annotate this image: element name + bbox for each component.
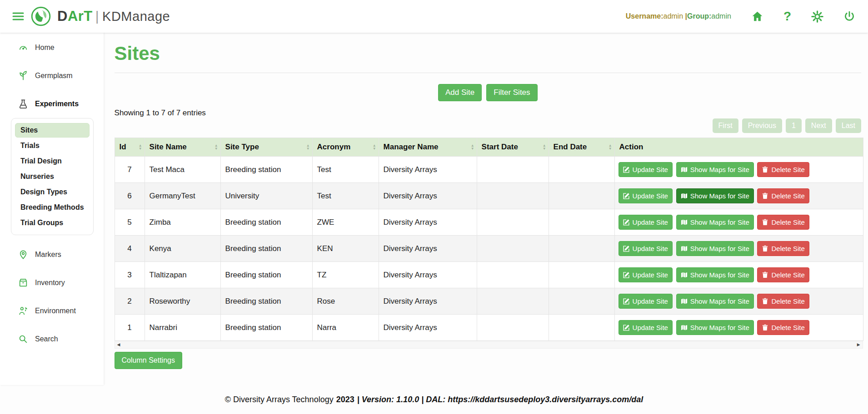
column-settings-button[interactable]: Column Settings xyxy=(115,352,182,369)
edit-pencil-icon xyxy=(623,219,630,226)
cell-end-date xyxy=(549,262,614,288)
main-content: Sites Add Site Filter Sites Showing 1 to… xyxy=(104,33,868,385)
update-site-button[interactable]: Update Site xyxy=(619,162,673,177)
top-bar: D ArT | KDManage Username:admin |Group:a… xyxy=(0,0,868,33)
map-icon xyxy=(681,245,688,252)
update-site-button[interactable]: Update Site xyxy=(619,188,673,203)
show-maps-for-site-button[interactable]: Show Maps for Site xyxy=(676,241,754,256)
sidebar-item-breeding-methods[interactable]: Breeding Methods xyxy=(15,200,90,215)
table-row: 7 Test Maca Breeding station Test Divers… xyxy=(115,157,863,183)
column-header-start-date[interactable]: Start Date▲▼ xyxy=(477,138,549,157)
sidebar-item-trial-groups[interactable]: Trial Groups xyxy=(15,216,90,230)
help-icon[interactable]: ? xyxy=(783,10,791,23)
cell-site-name: Zimba xyxy=(145,209,220,236)
sidebar-item-inventory[interactable]: Inventory xyxy=(0,269,104,297)
cell-site-name: Kenya xyxy=(145,236,220,262)
column-header-site-type[interactable]: Site Type▲▼ xyxy=(220,138,312,157)
show-maps-for-site-button[interactable]: Show Maps for Site xyxy=(676,215,754,230)
delete-site-label: Delete Site xyxy=(771,192,804,200)
pagination-first-button[interactable]: First xyxy=(713,118,738,133)
update-site-label: Update Site xyxy=(633,324,668,331)
edit-pencil-icon xyxy=(623,192,630,199)
update-site-button[interactable]: Update Site xyxy=(619,267,673,282)
update-site-button[interactable]: Update Site xyxy=(619,241,673,256)
table-row: 5 Zimba Breeding station ZWE Diversity A… xyxy=(115,209,863,236)
sidebar-item-nurseries[interactable]: Nurseries xyxy=(15,169,90,184)
sidebar-item-design-types[interactable]: Design Types xyxy=(15,185,90,199)
cell-start-date xyxy=(477,315,549,341)
cell-site-type: Breeding station xyxy=(220,288,312,315)
delete-site-button[interactable]: Delete Site xyxy=(757,188,809,203)
column-header-site-name[interactable]: Site Name▲▼ xyxy=(145,138,220,157)
cell-action: Update Site Show Maps for Site Delete Si… xyxy=(614,315,863,341)
column-header-end-date[interactable]: End Date▲▼ xyxy=(549,138,614,157)
cell-start-date xyxy=(477,288,549,315)
sidebar-item-trials[interactable]: Trials xyxy=(15,138,90,153)
sidebar-item-environment[interactable]: Environment xyxy=(0,297,104,325)
cell-end-date xyxy=(549,183,614,209)
delete-site-button[interactable]: Delete Site xyxy=(757,294,809,309)
scroll-right-arrow-icon[interactable]: ▶ xyxy=(857,343,860,347)
pagination-last-button[interactable]: Last xyxy=(836,118,861,133)
trash-icon xyxy=(762,192,768,199)
delete-site-button[interactable]: Delete Site xyxy=(757,267,809,282)
show-maps-for-site-button[interactable]: Show Maps for Site xyxy=(676,188,754,203)
gear-icon[interactable] xyxy=(811,10,823,23)
delete-site-button[interactable]: Delete Site xyxy=(757,215,809,230)
sidebar-item-markers[interactable]: Markers xyxy=(0,241,104,269)
delete-site-button[interactable]: Delete Site xyxy=(757,162,809,177)
column-header-acronym[interactable]: Acronym▲▼ xyxy=(312,138,379,157)
cell-site-type: Breeding station xyxy=(220,157,312,183)
home-icon[interactable] xyxy=(751,10,763,23)
cell-site-type: Breeding station xyxy=(220,262,312,288)
show-maps-for-site-button[interactable]: Show Maps for Site xyxy=(676,294,754,309)
show-maps-label: Show Maps for Site xyxy=(690,324,749,331)
table-row: 1 Narrabri Breeding station Narra Divers… xyxy=(115,315,863,341)
map-icon xyxy=(681,166,688,173)
cell-manager-name: Diversity Arrays xyxy=(379,209,477,236)
app-root: D ArT | KDManage Username:admin |Group:a… xyxy=(0,0,868,414)
cell-site-name: Roseworthy xyxy=(145,288,220,315)
cell-manager-name: Diversity Arrays xyxy=(379,236,477,262)
sidebar-item-trial-design[interactable]: Trial Design xyxy=(15,154,90,168)
update-site-button[interactable]: Update Site xyxy=(619,215,673,230)
power-icon[interactable] xyxy=(843,10,855,23)
sort-icons: ▲▼ xyxy=(373,144,376,150)
sidebar-item-germplasm[interactable]: Germplasm xyxy=(0,62,104,90)
column-header-id[interactable]: Id▲▼ xyxy=(115,138,145,157)
brand-dart-art: ArT xyxy=(68,8,93,25)
title-divider xyxy=(115,73,861,73)
cell-start-date xyxy=(477,183,549,209)
pagination-next-button[interactable]: Next xyxy=(805,118,832,133)
experiments-submenu: Sites Trials Trial Design Nurseries Desi… xyxy=(11,118,94,235)
add-site-button[interactable]: Add Site xyxy=(438,84,482,101)
brand-separator: | xyxy=(95,9,99,24)
sidebar-item-experiments[interactable]: Experiments xyxy=(0,90,104,118)
page-title: Sites xyxy=(115,43,861,64)
update-site-button[interactable]: Update Site xyxy=(619,294,673,309)
pagination-previous-button[interactable]: Previous xyxy=(742,118,782,133)
delete-site-label: Delete Site xyxy=(771,297,804,305)
delete-site-label: Delete Site xyxy=(771,271,804,279)
show-maps-for-site-button[interactable]: Show Maps for Site xyxy=(676,267,754,282)
scroll-left-arrow-icon[interactable]: ◀ xyxy=(117,343,120,347)
column-header-manager-name[interactable]: Manager Name▲▼ xyxy=(379,138,477,157)
trash-icon xyxy=(762,298,768,305)
update-site-button[interactable]: Update Site xyxy=(619,320,673,335)
show-maps-for-site-button[interactable]: Show Maps for Site xyxy=(676,320,754,335)
edit-pencil-icon xyxy=(623,245,630,252)
sort-icons: ▲▼ xyxy=(306,144,310,150)
hamburger-menu-icon[interactable] xyxy=(12,11,25,22)
delete-site-button[interactable]: Delete Site xyxy=(757,320,809,335)
show-maps-for-site-button[interactable]: Show Maps for Site xyxy=(676,162,754,177)
cell-site-type: University xyxy=(220,183,312,209)
delete-site-button[interactable]: Delete Site xyxy=(757,241,809,256)
sidebar-item-search[interactable]: Search xyxy=(0,325,104,353)
sidebar-item-home[interactable]: Home xyxy=(0,34,104,62)
pagination-page-1-button[interactable]: 1 xyxy=(786,118,802,133)
cell-action: Update Site Show Maps for Site Delete Si… xyxy=(614,262,863,288)
cell-site-type: Breeding station xyxy=(220,315,312,341)
filter-sites-button[interactable]: Filter Sites xyxy=(486,84,537,101)
sidebar-item-sites[interactable]: Sites xyxy=(15,123,90,138)
horizontal-scrollbar[interactable]: ◀ ▶ xyxy=(115,341,863,349)
